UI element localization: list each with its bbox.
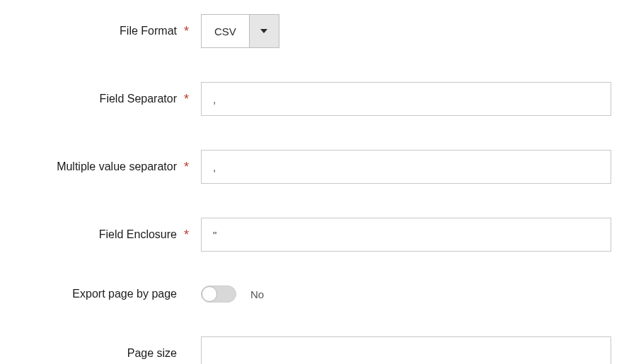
multiple-value-separator-input[interactable]: [201, 150, 611, 184]
field-enclosure-input[interactable]: [201, 218, 611, 252]
control-export-page-by-page: No: [201, 286, 622, 303]
row-field-enclosure: Field Enclosure *: [0, 218, 622, 252]
required-indicator: *: [184, 160, 197, 175]
label-field-enclosure: Field Enclosure: [0, 228, 184, 241]
control-field-separator: [201, 82, 622, 116]
label-page-size: Page size: [0, 347, 184, 360]
file-format-selected-value: CSV: [202, 15, 249, 47]
label-field-separator: Field Separator: [0, 93, 184, 105]
label-export-page-by-page: Export page by page: [0, 288, 184, 300]
required-indicator: *: [184, 92, 197, 107]
label-multiple-value-separator: Multiple value separator: [0, 160, 184, 173]
toggle-knob: [202, 286, 217, 302]
control-multiple-value-separator: [201, 150, 622, 184]
required-indicator: *: [184, 24, 197, 39]
page-size-input[interactable]: [201, 336, 611, 364]
row-file-format: File Format * CSV: [0, 14, 622, 48]
row-multiple-value-separator: Multiple value separator *: [0, 150, 622, 184]
file-format-dropdown-trigger[interactable]: [249, 15, 279, 47]
row-page-size: Page size: [0, 336, 622, 364]
toggle-wrap: No: [201, 286, 264, 303]
field-separator-input[interactable]: [201, 82, 611, 116]
row-export-page-by-page: Export page by page No: [0, 286, 622, 303]
chevron-down-icon: [260, 28, 267, 35]
control-page-size: [201, 336, 622, 364]
label-file-format: File Format: [0, 25, 184, 37]
control-field-enclosure: [201, 218, 622, 252]
row-field-separator: Field Separator *: [0, 82, 622, 116]
file-format-select[interactable]: CSV: [201, 14, 279, 48]
export-page-by-page-state: No: [250, 288, 264, 300]
control-file-format: CSV: [201, 14, 622, 48]
export-page-by-page-toggle[interactable]: [201, 286, 236, 303]
required-indicator: *: [184, 228, 197, 242]
